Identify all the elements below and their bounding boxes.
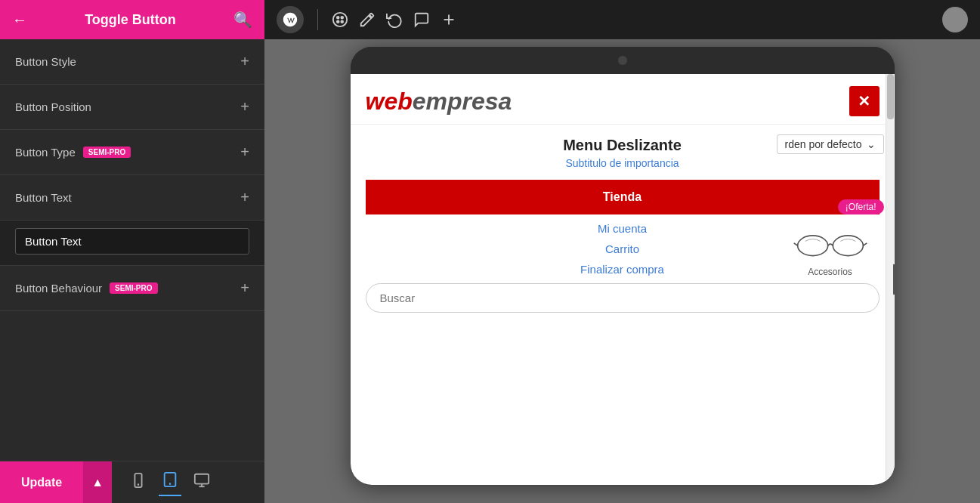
glasses-icon [793, 222, 868, 264]
site-logo: webempresa [366, 88, 512, 116]
update-button[interactable]: Update [0, 461, 83, 504]
bottom-bar: Update ▲ [0, 461, 264, 503]
device-frame-wrapper: webempresa ✕ Menu Deslizante Subtitulo d… [264, 39, 980, 503]
desktop-view-button[interactable] [190, 469, 213, 495]
collapse-sidebar-tab[interactable] [893, 264, 895, 295]
svg-point-15 [833, 236, 863, 256]
panel-item-button-position[interactable]: Button Position + [0, 85, 264, 130]
pen-icon-button[interactable] [359, 11, 376, 28]
svg-point-9 [341, 17, 343, 19]
top-toolbar [264, 0, 980, 39]
search-input[interactable] [366, 283, 880, 313]
mobile-icon [130, 472, 147, 489]
palette-icon-button[interactable] [332, 11, 348, 28]
accesorios-label: Accesorios [777, 267, 884, 277]
device-frame: webempresa ✕ Menu Deslizante Subtitulo d… [351, 47, 895, 485]
arrow-up-button[interactable]: ▲ [83, 461, 112, 504]
oferta-badge: ¡Oferta! [838, 199, 884, 214]
user-avatar[interactable] [942, 7, 968, 32]
back-icon: ← [12, 11, 27, 29]
svg-rect-4 [195, 474, 209, 484]
svg-point-8 [337, 17, 339, 19]
product-area: rden por defecto ⌄ ¡Oferta! [777, 134, 884, 277]
chevron-down-icon: ⌄ [867, 138, 876, 150]
svg-point-11 [341, 20, 343, 23]
button-type-expand[interactable]: + [240, 143, 249, 161]
panel-item-button-style[interactable]: Button Style + [0, 39, 264, 85]
panel-item-button-text[interactable]: Button Text + [0, 175, 264, 221]
button-text-expand[interactable]: + [240, 189, 249, 206]
logo-empresa: empresa [413, 88, 512, 115]
button-text-input-area [0, 221, 264, 266]
add-icon-button[interactable] [441, 11, 457, 28]
wp-icon [282, 11, 298, 28]
main-area: webempresa ✕ Menu Deslizante Subtitulo d… [264, 0, 980, 503]
desktop-icon [193, 472, 210, 489]
device-camera [618, 56, 627, 65]
button-behaviour-badge: SEMI-PRO [110, 282, 157, 294]
comment-icon [413, 11, 430, 28]
panel-items-list: Button Style + Button Position + Button … [0, 39, 264, 461]
left-panel: ← Toggle Button 🔍 Button Style + Button … [0, 0, 264, 503]
device-buttons [127, 468, 213, 496]
glasses-area [777, 222, 884, 264]
add-icon [441, 11, 457, 28]
button-type-label: Button Type SEMI-PRO [15, 146, 131, 159]
back-button[interactable]: ← [12, 11, 27, 29]
pen-icon [359, 11, 376, 28]
svg-line-17 [863, 243, 867, 245]
search-bar-wrapper [366, 283, 880, 313]
button-position-label: Button Position [15, 100, 91, 113]
svg-line-16 [793, 243, 797, 245]
toolbar-separator-1 [317, 9, 318, 30]
button-behaviour-label: Button Behaviour SEMI-PRO [15, 282, 158, 295]
panel-title: Toggle Button [85, 12, 176, 28]
palette-icon [332, 11, 348, 28]
tablet-icon [162, 471, 178, 488]
svg-point-7 [333, 13, 347, 26]
button-text-input[interactable] [15, 228, 249, 255]
button-type-badge: SEMI-PRO [83, 147, 131, 158]
button-style-label: Button Style [15, 55, 76, 68]
panel-item-button-behaviour[interactable]: Button Behaviour SEMI-PRO + [0, 266, 264, 311]
button-style-expand[interactable]: + [240, 53, 249, 70]
search-icon: 🔍 [233, 11, 252, 28]
orden-label: rden por defecto [785, 138, 862, 150]
site-header: webempresa ✕ [351, 74, 895, 125]
orden-dropdown[interactable]: rden por defecto ⌄ [777, 134, 884, 154]
device-screen: webempresa ✕ Menu Deslizante Subtitulo d… [351, 74, 895, 485]
scrollbar-thumb[interactable] [887, 74, 894, 119]
logo-web: web [366, 88, 413, 115]
mobile-view-button[interactable] [127, 469, 150, 495]
device-top-bar [351, 47, 895, 74]
search-button[interactable]: 🔍 [233, 11, 252, 29]
button-position-expand[interactable]: + [240, 98, 249, 116]
close-menu-button[interactable]: ✕ [849, 86, 880, 116]
left-header: ← Toggle Button 🔍 [0, 0, 264, 39]
refresh-icon-button[interactable] [386, 11, 403, 28]
panel-item-button-type[interactable]: Button Type SEMI-PRO + [0, 130, 264, 175]
button-behaviour-expand[interactable]: + [240, 279, 249, 297]
button-text-label: Button Text [15, 191, 72, 204]
svg-point-14 [797, 236, 827, 256]
arrow-up-icon: ▲ [91, 476, 104, 489]
refresh-icon [386, 11, 403, 28]
wordpress-icon-button[interactable] [277, 6, 304, 33]
comment-icon-button[interactable] [413, 11, 430, 28]
tablet-view-button[interactable] [159, 468, 181, 496]
svg-point-10 [337, 20, 339, 23]
